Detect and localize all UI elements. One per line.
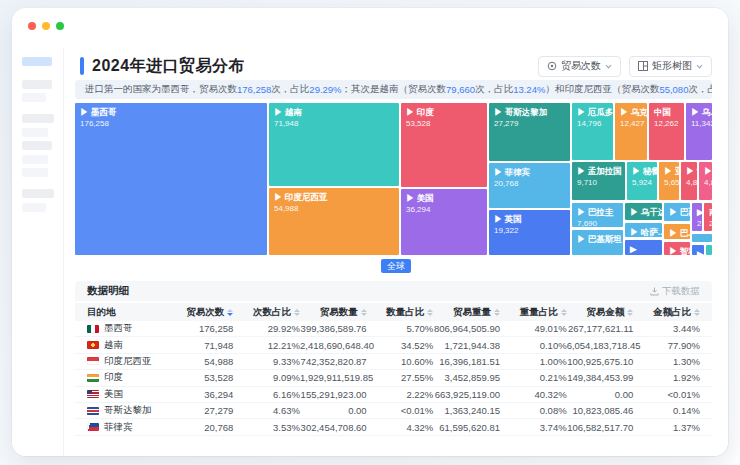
tile-label: ▶ 智利 xyxy=(669,246,690,255)
sidebar-item[interactable] xyxy=(22,93,46,102)
column-header[interactable]: 贸易金额 xyxy=(567,306,634,319)
treemap-tile[interactable] xyxy=(706,245,712,255)
column-header[interactable]: 重量占比 xyxy=(500,306,567,319)
tile-label: ▶ 厄瓜多尔 xyxy=(577,107,613,117)
summary-segment: ；其次是越南（贸易次数 xyxy=(342,83,447,96)
treemap-tile[interactable]: ▶ 哥斯达黎加27,279 xyxy=(489,103,570,161)
table-row[interactable]: 菲律宾20,7683.53%302,454,708.604.32%61,595,… xyxy=(75,419,712,435)
ph-flag-icon xyxy=(87,423,99,431)
treemap-tile[interactable]: ▶ 乌...11,342 xyxy=(686,103,712,160)
destination-label: 印度尼西亚 xyxy=(104,355,152,368)
treemap-tile[interactable]: ▶ 巴基斯坦 xyxy=(572,230,623,255)
sidebar-item[interactable] xyxy=(22,114,54,123)
sidebar-item[interactable] xyxy=(22,168,48,177)
table-cell: 0.14% xyxy=(633,405,700,416)
download-data-button[interactable]: 下载数据 xyxy=(650,285,700,298)
tile-label: ▶ 巴... xyxy=(669,228,690,238)
sidebar-item-active[interactable] xyxy=(22,57,52,66)
sidebar-skeleton xyxy=(12,48,64,456)
sidebar-item[interactable] xyxy=(22,80,52,89)
column-header[interactable]: 金额占比 xyxy=(633,306,700,319)
treemap-tile[interactable]: 南2,2 xyxy=(704,203,712,231)
treemap: ▶ 墨西哥176,258▶ 越南71,948▶ 印度尼西亚54,988▶ 印度5… xyxy=(75,103,712,255)
table-cell: 12.21% xyxy=(233,340,300,351)
treemap-tile[interactable]: ▶ 越南71,948 xyxy=(269,103,399,186)
treemap-tile[interactable]: ▶ 墨西哥176,258 xyxy=(75,103,267,255)
chart-type-select-button[interactable]: 矩形树图 xyxy=(629,56,712,77)
table-row[interactable]: 美国36,2946.16%155,291,923.002.22%663,925,… xyxy=(75,387,712,403)
table-row[interactable]: 哥斯达黎加27,2794.63%0.00<0.01%1,363,240.150.… xyxy=(75,403,712,419)
tile-label: ▶ 越南 xyxy=(274,107,399,117)
table-cell: 663,925,119.00 xyxy=(433,389,500,400)
sort-caret-icon[interactable] xyxy=(694,309,700,316)
table-cell: 20,768 xyxy=(167,422,234,433)
table-row[interactable]: 印度尼西亚54,9889.33%742,352,820.8710.60%16,3… xyxy=(75,354,712,370)
treemap-tile[interactable]: ▶ 美国36,294 xyxy=(401,189,487,255)
treemap-tile[interactable]: ▶ 乌干达 xyxy=(625,203,662,220)
treemap-tile[interactable]: ▶ 厄瓜多尔14,796 xyxy=(572,103,613,160)
minimize-window-icon[interactable] xyxy=(42,22,50,30)
tile-label: ▶ 乌克兰 xyxy=(620,107,647,117)
maximize-window-icon[interactable] xyxy=(56,22,64,30)
column-header[interactable]: 次数占比 xyxy=(233,306,300,319)
treemap-tile[interactable]: ▶ 哈萨... xyxy=(625,223,662,237)
treemap-tile[interactable]: ▶ 新4,804 xyxy=(699,162,712,200)
table-cell: 29.92% xyxy=(233,323,300,334)
tile-value: 12,262 xyxy=(654,119,684,129)
treemap-tile[interactable]: ▶ 巴拉圭7,690 xyxy=(572,203,623,227)
tile-label: ▶ 哥斯达黎加 xyxy=(494,107,570,117)
column-header[interactable]: 数量占比 xyxy=(367,306,434,319)
treemap-tile[interactable]: ▶ xyxy=(692,245,704,255)
table-cell: 3.44% xyxy=(633,323,700,334)
sidebar-item[interactable] xyxy=(22,141,52,150)
sidebar-item[interactable] xyxy=(22,155,48,164)
tile-label: ▶ 秘鲁 xyxy=(632,166,657,176)
treemap-tile[interactable]: ▶ 亚5,650 xyxy=(659,162,679,200)
table-cell: 4.63% xyxy=(233,405,300,416)
column-header[interactable]: 贸易数量 xyxy=(300,306,367,319)
column-header[interactable]: 贸易次数 xyxy=(167,306,234,319)
table-cell: 399,386,589.76 xyxy=(300,323,367,334)
sidebar-item[interactable] xyxy=(22,189,54,198)
sidebar-item[interactable] xyxy=(22,128,48,137)
tile-value: 4,806 xyxy=(686,178,697,188)
treemap-tile[interactable]: ▶ 乌克兰12,427 xyxy=(615,103,647,160)
table-cell: 27,279 xyxy=(167,405,234,416)
sidebar-item[interactable] xyxy=(22,203,46,212)
column-header-label: 金额占比 xyxy=(653,306,691,319)
treemap-tile[interactable]: ▶ 巴西 xyxy=(664,203,690,221)
treemap-tile[interactable]: ▶ 秘鲁5,924 xyxy=(627,162,657,200)
table-cell: 176,258 xyxy=(167,323,234,334)
tile-value: 9,710 xyxy=(577,178,625,188)
treemap-tile[interactable] xyxy=(692,234,712,242)
treemap-tile[interactable]: ▶ 英国19,322 xyxy=(489,210,570,255)
table-cell: 742,352,820.87 xyxy=(300,356,367,367)
global-scope-button[interactable]: 全球 xyxy=(381,259,411,273)
tile-label: ▶ 美国 xyxy=(406,193,487,203)
tile-value: 2,2 xyxy=(709,219,712,229)
table-cell: 1.00% xyxy=(500,356,567,367)
treemap-tile[interactable]: ▶ 肯4,806 xyxy=(681,162,697,200)
treemap-tile[interactable]: ▶ xyxy=(625,240,662,255)
close-window-icon[interactable] xyxy=(28,22,36,30)
treemap-tile[interactable]: ▶ 菲律宾20,768 xyxy=(489,163,570,208)
section-title: 数据明细 xyxy=(87,284,129,298)
treemap-tile[interactable]: ▶ 巴... xyxy=(664,224,690,239)
treemap-tile[interactable]: ▶ 印度53,528 xyxy=(401,103,487,187)
treemap-tile[interactable]: ▶ 印度尼西亚54,988 xyxy=(269,188,399,255)
column-header[interactable]: 贸易重量 xyxy=(433,306,500,319)
treemap-tile[interactable]: ▶ 智利 xyxy=(664,242,690,255)
destination-label: 美国 xyxy=(104,388,123,401)
table-row[interactable]: 墨西哥176,25829.92%399,386,589.765.70%806,9… xyxy=(75,321,712,337)
table-row[interactable]: 越南71,94812.21%2,418,690,648.4034.52%1,72… xyxy=(75,337,712,353)
table-cell: 10,823,085.46 xyxy=(567,405,634,416)
treemap-tile[interactable]: ▶ 2,5 xyxy=(692,203,702,231)
table-row[interactable]: 印度53,5289.09%1,929,911,519.8527.55%3,452… xyxy=(75,370,712,386)
table-cell: <0.01% xyxy=(367,405,434,416)
table-cell: 1.92% xyxy=(633,372,700,383)
tile-label: ▶ 印度尼西亚 xyxy=(274,192,399,202)
metric-select-button[interactable]: 贸易次数 xyxy=(538,56,621,77)
treemap-tile[interactable]: ▶ 孟加拉国9,710 xyxy=(572,162,625,200)
tile-label: ▶ 亚 xyxy=(664,166,679,176)
treemap-tile[interactable]: 中国12,262 xyxy=(649,103,684,160)
